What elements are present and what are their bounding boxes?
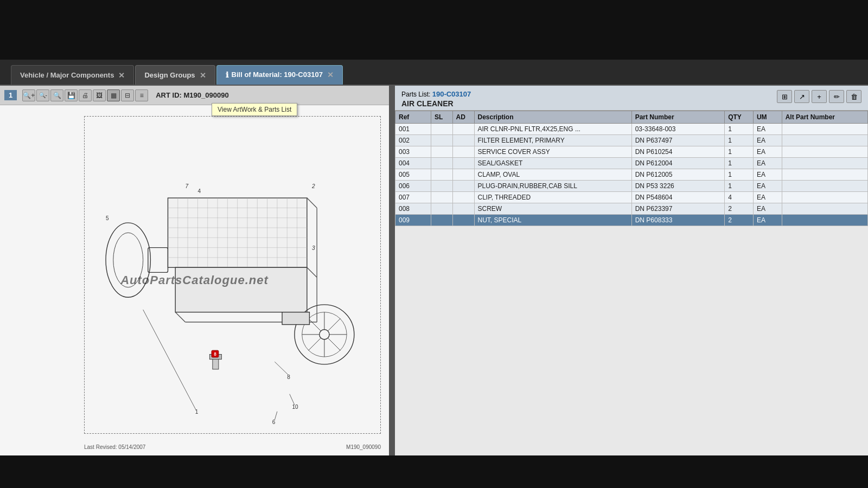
svg-line-28 [175,312,185,322]
cell-part-number: DN P610254 [631,146,724,158]
cell-um: EA [753,192,782,203]
cell-description: NUT, SPECIAL [474,215,631,226]
print-icon: 🖨 [82,92,88,99]
cell-sl [431,169,452,181]
cell-ad [452,203,474,215]
tab-design[interactable]: Design Groups ✕ [135,65,215,85]
table-row[interactable]: 006PLUG-DRAIN,RUBBER,CAB SILLDN P53 3226… [395,181,868,192]
svg-line-27 [307,267,317,277]
bottom-bar [0,455,868,488]
parts-view-button[interactable]: ⊞ [777,90,792,103]
zoom-out-button[interactable]: 🔍- [36,89,49,101]
image-button[interactable]: 🖼 [93,89,106,101]
zoom-in-button[interactable]: 🔍+ [22,89,35,101]
col-header-description: Description [474,111,631,124]
tab-design-close[interactable]: ✕ [200,71,206,80]
cell-ref: 008 [395,203,431,215]
cell-ref: 005 [395,169,431,181]
cell-part-number: DN P548604 [631,192,724,203]
cell-description: FILTER ELEMENT, PRIMARY [474,135,631,146]
cell-alt [782,124,867,135]
col-header-um: UM [753,111,782,124]
svg-line-38 [309,319,321,331]
cell-ad [452,124,474,135]
parts-toolbar: ⊞ ↗ + ✏ 🗑 [777,90,861,103]
view-split-button[interactable]: ⊟ [121,89,134,101]
cell-ref: 001 [395,124,431,135]
svg-line-41 [309,338,321,350]
zoom-in-icon: 🔍+ [23,92,35,99]
table-row[interactable]: 008SCREWDN P6233972EA [395,203,868,215]
svg-line-52 [290,394,295,405]
cell-um: EA [753,203,782,215]
table-row[interactable]: 004SEAL/GASKETDN P6120041EA [395,158,868,169]
table-row[interactable]: 002FILTER ELEMENT, PRIMARYDN P6374971EA [395,135,868,146]
table-row[interactable]: 007CLIP, THREADEDDN P5486044EA [395,192,868,203]
view-artwork-button[interactable]: ▦ [107,89,120,101]
list-button[interactable]: ≡ [135,89,148,101]
cell-qty: 1 [725,146,754,158]
cell-description: PLUG-DRAIN,RUBBER,CAB SILL [474,181,631,192]
left-panel: 1 🔍+ 🔍- 🔍 💾 🖨 🖼 ▦ ⊟ [0,86,391,455]
cell-ref: 009 [395,215,431,226]
cell-ad [452,181,474,192]
table-row[interactable]: 003SERVICE COVER ASSYDN P6102541EA [395,146,868,158]
print-button[interactable]: 🖨 [79,89,92,101]
cell-sl [431,158,452,169]
parts-table-container[interactable]: Ref SL AD Description Part Number QTY UM… [395,111,868,455]
cell-part-number: DN P612004 [631,158,724,169]
artwork-icon: ▦ [111,92,117,99]
cell-alt [782,181,867,192]
cell-qty: 1 [725,169,754,181]
parts-export-button[interactable]: ↗ [794,90,809,103]
cell-part-number: DN P623397 [631,203,724,215]
tab-bar: Vehicle / Major Components ✕ Design Grou… [0,60,868,86]
cell-ref: 003 [395,146,431,158]
cell-alt [782,146,867,158]
table-header-row: Ref SL AD Description Part Number QTY UM… [395,111,868,124]
zoom-out-icon: 🔍- [39,92,47,98]
zoom-reset-button[interactable]: 🔍 [50,89,63,101]
tab-bom-close[interactable]: ✕ [327,70,334,79]
cell-ad [452,169,474,181]
svg-rect-3 [148,248,168,273]
cell-part-number: DN P612005 [631,169,724,181]
col-header-ad: AD [452,111,474,124]
parts-diagram: 5 [84,116,381,434]
cell-um: EA [753,146,782,158]
zoom-reset-icon: 🔍 [53,92,61,99]
image-icon: 🖼 [96,92,103,99]
save-icon: 💾 [67,92,75,99]
tab-bom[interactable]: ℹ Bill of Material: 190-C03107 ✕ [216,65,343,85]
svg-rect-24 [175,267,307,312]
cell-ad [452,215,474,226]
cell-ad [452,146,474,158]
diagram-footer: Last Revised: 05/14/2007 M190_090090 [84,444,381,450]
tab-vehicle-label: Vehicle / Major Components [20,71,114,79]
cell-alt [782,203,867,215]
cell-sl [431,181,452,192]
add-icon: + [817,93,821,101]
tab-vehicle[interactable]: Vehicle / Major Components ✕ [11,65,134,85]
cell-ref: 006 [395,181,431,192]
tab-design-label: Design Groups [144,71,195,79]
info-icon: ℹ [226,70,228,79]
cell-sl [431,124,452,135]
cell-sl [431,203,452,215]
table-row[interactable]: 009NUT, SPECIALDN P6083332EA [395,215,868,226]
cell-ref: 007 [395,192,431,203]
parts-delete-button[interactable]: 🗑 [846,90,861,103]
cell-description: SCREW [474,203,631,215]
table-row[interactable]: 001AIR CLNR-PNL FLTR,4X25,ENG ...03-3364… [395,124,868,135]
table-row[interactable]: 005CLAMP, OVALDN P6120051EA [395,169,868,181]
tab-vehicle-close[interactable]: ✕ [118,71,125,80]
cell-alt [782,215,867,226]
cell-alt [782,169,867,181]
parts-add-button[interactable]: + [812,90,827,103]
svg-text:8: 8 [287,374,290,380]
cell-description: CLIP, THREADED [474,192,631,203]
save-button[interactable]: 💾 [65,89,78,101]
panel-splitter[interactable] [391,86,395,455]
parts-edit-button[interactable]: ✏ [829,90,844,103]
svg-text:8: 8 [214,352,216,357]
